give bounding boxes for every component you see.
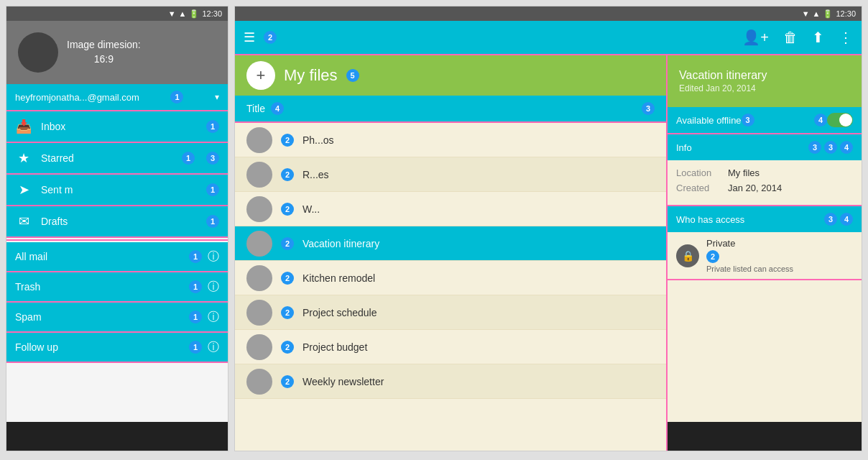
list-badge-trash: 1 <box>189 280 202 293</box>
table-row[interactable]: 2 Kitchen remodel <box>235 261 666 295</box>
files-title-row: + My files 5 <box>235 55 666 96</box>
files-title: My files <box>284 66 338 85</box>
list-item-all-mail[interactable]: All mail 1 ⓘ <box>6 242 228 272</box>
row-badge-2: 2 <box>281 237 294 250</box>
account-badge: 1 <box>170 91 183 104</box>
row-badge-2: 2 <box>281 306 294 319</box>
table-row[interactable]: 2 Weekly newsletter <box>235 364 666 399</box>
available-offline-section: Available offline 3 4 <box>668 107 862 134</box>
access-section-header: Who has access 3 4 <box>668 206 862 232</box>
delete-icon[interactable]: 🗑 <box>783 29 798 46</box>
file-avatar <box>246 300 272 326</box>
access-text: Private 2 Private listed can access <box>706 238 793 273</box>
info-icon-spam[interactable]: ⓘ <box>208 310 219 325</box>
location-value: My files <box>728 167 760 178</box>
image-dimension: 16:9 <box>67 52 141 67</box>
nav-item-starred[interactable]: ★ Starred 1 3 <box>6 143 228 175</box>
signal-icon: ▲ <box>179 9 187 18</box>
nav-item-drafts[interactable]: ✉ Drafts 1 <box>6 206 228 238</box>
file-name: Project budget <box>303 341 367 353</box>
files-content: + My files 5 Title 4 3 2 Ph...os <box>235 55 862 451</box>
table-row[interactable]: 2 R...es <box>235 157 666 192</box>
info-badge-3b: 3 <box>824 141 837 154</box>
detail-subtitle: Edited Jan 20, 2014 <box>679 83 850 93</box>
drafts-icon: ✉ <box>15 213 32 229</box>
info-label: Info <box>676 142 692 153</box>
column-header: Title 4 3 <box>235 96 666 123</box>
account-email: heyfromjonatha...@gmail.com <box>15 92 139 103</box>
list-item-spam[interactable]: Spam 1 ⓘ <box>6 303 228 333</box>
nav-item-sent[interactable]: ➤ Sent m 1 <box>6 175 228 206</box>
list-item-follow-up[interactable]: Follow up 1 ⓘ <box>6 333 228 363</box>
access-title: Private <box>706 238 793 249</box>
info-badge-4: 4 <box>840 141 853 154</box>
file-name: R...es <box>303 169 329 180</box>
wifi-icon: ▼ <box>168 9 176 18</box>
inbox-icon: 📥 <box>15 119 32 134</box>
info-content: Location My files Created Jan 20, 2014 <box>668 160 862 205</box>
info-icon-all-mail[interactable]: ⓘ <box>208 249 219 264</box>
right-panel: ▼ ▲ 🔋 12:30 ☰ 2 👤+ 🗑 ⬆ ⋮ + My files 5 Ti… <box>234 6 862 451</box>
info-created-row: Created Jan 20, 2014 <box>676 183 853 193</box>
section-badge-3: 3 <box>742 114 754 126</box>
file-name: Vacation itinerary <box>303 238 379 249</box>
nav-badge-sent: 1 <box>206 183 219 196</box>
list-label-all-mail: All mail <box>15 251 189 262</box>
file-name: W... <box>303 203 320 215</box>
table-row[interactable]: 2 Project schedule <box>235 295 666 330</box>
access-label: Who has access <box>676 214 744 225</box>
info-badge-3: 3 <box>808 141 821 154</box>
hamburger-icon[interactable]: ☰ <box>244 29 255 45</box>
right-signal-icon: ▲ <box>813 9 821 18</box>
right-battery-icon: 🔋 <box>823 9 833 19</box>
file-avatar <box>246 127 272 153</box>
nav-label-starred: Starred <box>41 152 173 164</box>
file-avatar <box>246 231 272 257</box>
upload-icon[interactable]: ⬆ <box>812 29 824 46</box>
left-bottom-bar <box>6 422 228 451</box>
detail-title: Vacation itinerary <box>679 69 850 82</box>
row-badge-2: 2 <box>281 375 294 388</box>
table-row[interactable]: 2 Ph...os <box>235 123 666 157</box>
left-panel: ▼ ▲ 🔋 12:30 Image dimesion: 16:9 heyfrom… <box>6 6 228 451</box>
add-button[interactable]: + <box>246 61 275 90</box>
available-offline-header: Available offline 3 4 <box>668 107 862 133</box>
table-row[interactable]: 2 Vacation itinerary <box>235 226 666 261</box>
nav-badge-starred: 1 <box>182 152 195 165</box>
nav-badge-inbox: 1 <box>206 120 219 133</box>
nav-label-drafts: Drafts <box>41 216 198 227</box>
column-title-header: Title <box>246 103 265 114</box>
lock-icon: 🔒 <box>682 250 694 262</box>
nav-badge-drafts: 1 <box>206 215 219 228</box>
info-icon-trash[interactable]: ⓘ <box>208 280 219 295</box>
nav-item-inbox[interactable]: 📥 Inbox 1 <box>6 111 228 143</box>
dropdown-arrow-icon[interactable]: ▾ <box>215 92 219 102</box>
avatar <box>18 32 58 73</box>
image-label: Image dimesion: <box>67 38 141 52</box>
files-toolbar: ☰ 2 👤+ 🗑 ⬆ ⋮ <box>235 21 862 55</box>
file-name: Project schedule <box>303 307 377 318</box>
table-row[interactable]: 2 Project budget <box>235 330 666 364</box>
info-icon-follow-up[interactable]: ⓘ <box>208 340 219 355</box>
right-wifi-icon: ▼ <box>802 9 810 18</box>
add-person-icon[interactable]: 👤+ <box>742 29 769 46</box>
star-icon: ★ <box>15 150 32 166</box>
info-section: Info 3 3 4 Location My files Created J <box>668 134 862 206</box>
list-item-trash[interactable]: Trash 1 ⓘ <box>6 272 228 303</box>
list-label-follow-up: Follow up <box>15 341 189 353</box>
list-badge-spam: 1 <box>189 310 202 323</box>
detail-header: Vacation itinerary Edited Jan 20, 2014 <box>668 55 862 107</box>
table-row[interactable]: 2 W... <box>235 192 666 226</box>
available-offline-toggle[interactable] <box>827 113 853 127</box>
account-row[interactable]: heyfromjonatha...@gmail.com 1 ▾ <box>6 84 228 111</box>
more-icon[interactable]: ⋮ <box>839 29 853 46</box>
col-badge-4: 4 <box>271 102 284 115</box>
send-icon: ➤ <box>15 182 32 198</box>
file-name: Ph...os <box>303 134 334 146</box>
row-badge-2: 2 <box>281 272 294 285</box>
row-badge-2: 2 <box>281 168 294 181</box>
right-time: 12:30 <box>836 9 856 18</box>
created-value: Jan 20, 2014 <box>728 183 782 193</box>
list-label-spam: Spam <box>15 311 189 323</box>
location-label: Location <box>676 167 722 178</box>
